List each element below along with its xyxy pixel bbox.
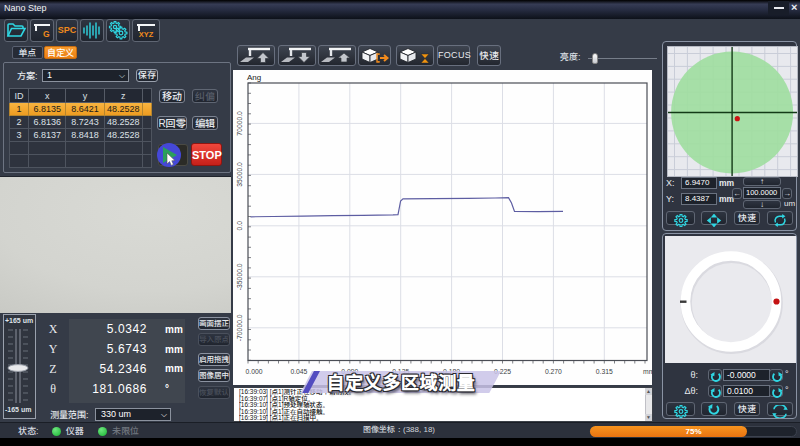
svg-text:70000.0: 70000.0	[236, 111, 243, 136]
svg-text:0.270: 0.270	[545, 368, 562, 375]
svg-text:G: G	[43, 29, 50, 39]
svg-text:mm: mm	[643, 368, 652, 375]
svg-text:XYZ: XYZ	[139, 30, 154, 39]
svg-text:35000.0: 35000.0	[236, 162, 243, 187]
svg-text:0.0: 0.0	[236, 221, 243, 231]
svg-text:0.000: 0.000	[245, 368, 262, 375]
svg-text:Ang: Ang	[247, 73, 261, 82]
svg-text:0.315: 0.315	[596, 368, 613, 375]
svg-text:-35000.0: -35000.0	[236, 263, 243, 290]
svg-text:-70000.0: -70000.0	[236, 314, 243, 341]
